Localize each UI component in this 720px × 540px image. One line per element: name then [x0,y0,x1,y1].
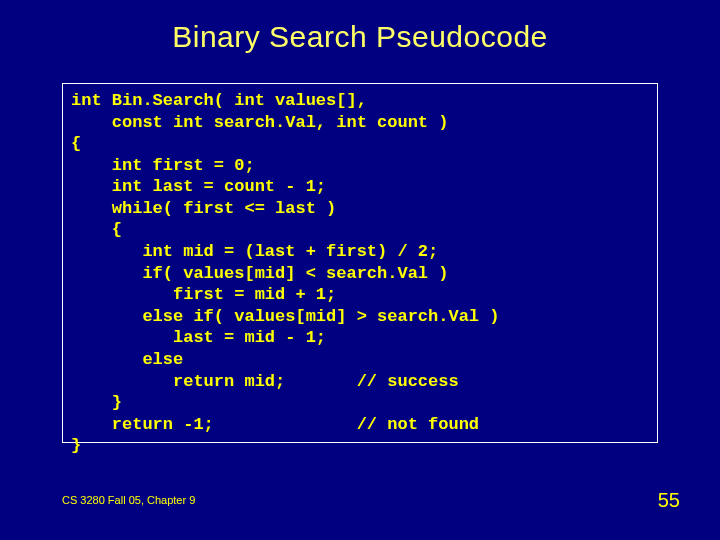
slide: Binary Search Pseudocode int Bin.Search(… [0,0,720,540]
pseudocode: int Bin.Search( int values[], const int … [71,90,649,457]
page-number: 55 [658,489,680,512]
slide-title: Binary Search Pseudocode [0,0,720,54]
footer-source: CS 3280 Fall 05, Chapter 9 [62,494,195,506]
code-box: int Bin.Search( int values[], const int … [62,83,658,443]
